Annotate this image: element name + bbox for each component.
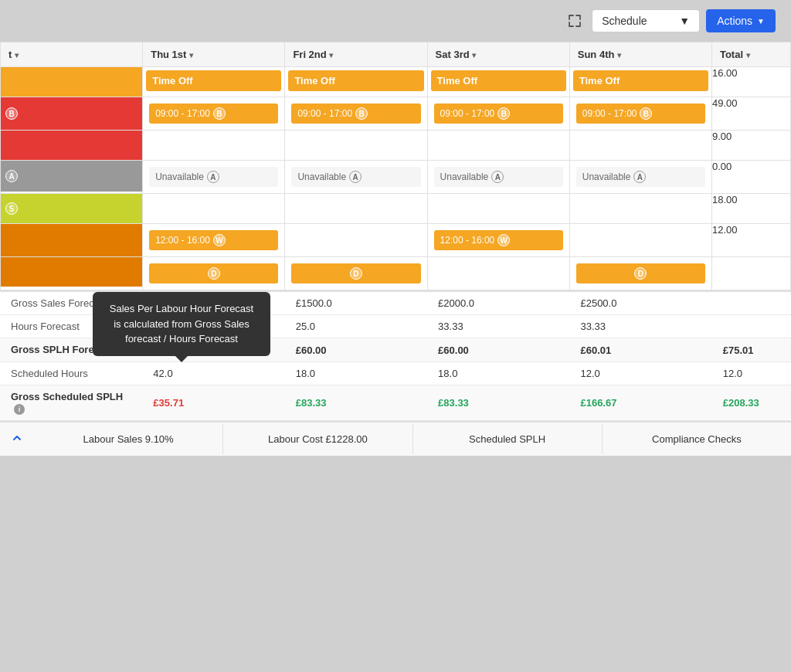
stats-row-sched-hours: Scheduled Hours 42.0 18.0 18.0 12.0 12.0 — [0, 362, 791, 385]
col-header-sun[interactable]: Sun 4th ▾ — [569, 42, 711, 67]
cell-fri-5[interactable] — [285, 194, 427, 224]
row-name-cell-5: S — [1, 194, 143, 224]
bottom-bar-sched-splh: Scheduled SPLH — [413, 424, 603, 454]
col-header-fri[interactable]: Fri 2nd ▾ — [285, 42, 427, 67]
actions-button[interactable]: Actions ▼ — [706, 9, 776, 32]
unavail-sun-4: Unavailable A — [576, 167, 705, 187]
shift-thu-6: 12:00 - 16:00 W — [149, 230, 278, 250]
cell-sun-3[interactable] — [569, 131, 711, 161]
row-name-cell-4: A — [1, 161, 143, 194]
row-name-cell-6 — [1, 224, 143, 257]
cell-fri-3[interactable] — [285, 131, 427, 161]
total-6: 12.00 — [711, 224, 790, 257]
shift-fri-2: 09:00 - 17:00 B — [291, 104, 420, 124]
stats-val-gs-base: £35.71 — [142, 385, 284, 421]
cell-sun-7[interactable]: D — [569, 257, 711, 290]
info-icon-gross-splh[interactable]: i — [14, 404, 25, 415]
cell-sat-5[interactable] — [427, 194, 569, 224]
table-row: A Unavailable A Unavailable A — [1, 161, 791, 194]
stats-val-sh-base: 42.0 — [142, 362, 284, 385]
col-header-name[interactable]: t ▾ — [1, 42, 143, 67]
schedule-dropdown[interactable]: Schedule ▼ — [592, 9, 700, 32]
row-bar-1 — [1, 67, 142, 97]
stats-val-hours-sun: 33.33 — [569, 315, 711, 338]
actions-label: Actions — [717, 15, 752, 27]
cell-sat-6[interactable]: 12:00 - 16:00 W — [427, 224, 569, 257]
shift-sat-6: 12:00 - 16:00 W — [434, 230, 563, 250]
cell-sun-2[interactable]: 09:00 - 17:00 B — [569, 97, 711, 131]
row-bar-5: S — [1, 194, 142, 223]
unavail-fri-4: Unavailable A — [291, 167, 420, 187]
col-header-total[interactable]: Total ▾ — [711, 42, 790, 67]
cell-thu-4[interactable]: Unavailable A — [143, 161, 285, 194]
cell-thu-7[interactable]: D — [143, 257, 285, 290]
cell-fri-1[interactable]: Time Off — [285, 67, 427, 97]
cell-fri-4[interactable]: Unavailable A — [285, 161, 427, 194]
timeoff-fri-1: Time Off — [288, 70, 423, 91]
row-name-cell-2: B — [1, 97, 143, 131]
stats-val-sales-fri: £1500.0 — [285, 292, 427, 315]
bottom-bar-labour-cost: Labour Cost £1228.00 — [223, 424, 412, 454]
shift-sun-2: 09:00 - 17:00 B — [576, 104, 705, 124]
cell-sun-4[interactable]: Unavailable A — [569, 161, 711, 194]
row-bar-4: A — [1, 161, 142, 192]
stats-val-sh-thu: 18.0 — [285, 362, 427, 385]
row-bar-3 — [1, 131, 142, 160]
collapse-toggle[interactable] — [0, 423, 34, 456]
timeoff-sun-1: Time Off — [573, 70, 708, 91]
stats-val-gs-thu: £83.33 — [285, 385, 427, 421]
row-bar-2: B — [1, 97, 142, 130]
schedule-table: t ▾ Thu 1st ▾ Fri 2nd ▾ Sat 3rd ▾ Sun 4t… — [0, 42, 791, 290]
stats-val-sh-fri: 18.0 — [427, 362, 569, 385]
schedule-label: Schedule — [602, 15, 647, 27]
bottom-bar-compliance: Compliance Checks — [603, 424, 791, 454]
cell-sat-1[interactable]: Time Off — [427, 67, 569, 97]
table-row: D D D — [1, 257, 791, 290]
cell-thu-2[interactable]: 09:00 - 17:00 B — [143, 97, 285, 131]
shift-thu-2: 09:00 - 17:00 B — [149, 104, 278, 124]
bottom-bar-labour-sales: Labour Sales 9.10% — [34, 424, 223, 454]
col-header-sat[interactable]: Sat 3rd ▾ — [427, 42, 569, 67]
cell-sat-2[interactable]: 09:00 - 17:00 B — [427, 97, 569, 131]
table-row: S 18.00 — [1, 194, 791, 224]
timeoff-sat-1: Time Off — [431, 70, 566, 91]
unavail-thu-4: Unavailable A — [149, 167, 278, 187]
stats-val-sales-sun: £2500.0 — [569, 292, 711, 315]
cell-sun-6[interactable] — [569, 224, 711, 257]
tooltip-text: Sales Per Labour Hour Forecast is calcul… — [110, 303, 253, 344]
stats-val-gs-sat: £166.67 — [569, 385, 711, 421]
cell-sat-4[interactable]: Unavailable A — [427, 161, 569, 194]
cell-sun-1[interactable]: Time Off — [569, 67, 711, 97]
stats-row-gross-splh: Gross Scheduled SPLH i £35.71 £83.33 £83… — [0, 385, 791, 421]
bottom-bar: Labour Sales 9.10% Labour Cost £1228.00 … — [0, 421, 791, 456]
actions-arrow: ▼ — [757, 17, 765, 25]
col-header-thu[interactable]: Thu 1st ▾ — [143, 42, 285, 67]
cell-thu-6[interactable]: 12:00 - 16:00 W — [143, 224, 285, 257]
stats-val-gs-fri: £83.33 — [427, 385, 569, 421]
timeoff-thu-1: Time Off — [146, 70, 281, 91]
top-bar: Schedule ▼ Actions ▼ — [0, 0, 791, 42]
table-row: 9.00 — [1, 131, 791, 161]
total-1: 16.00 — [711, 67, 790, 97]
cell-sun-5[interactable] — [569, 194, 711, 224]
cell-thu-3[interactable] — [143, 131, 285, 161]
cell-thu-1[interactable]: Time Off — [143, 67, 285, 97]
cell-fri-2[interactable]: 09:00 - 17:00 B — [285, 97, 427, 131]
stats-val-splh-fore-thu: £60.00 — [285, 338, 427, 362]
cell-sat-7[interactable] — [427, 257, 569, 290]
compress-icon[interactable] — [564, 10, 586, 32]
schedule-dropdown-arrow: ▼ — [679, 15, 690, 27]
table-row: B 09:00 - 17:00 B 09:00 - 17:00 B — [1, 97, 791, 131]
cell-fri-7[interactable]: D — [285, 257, 427, 290]
stats-val-splh-fore-fri: £60.00 — [427, 338, 569, 362]
tooltip-box: Sales Per Labour Hour Forecast is calcul… — [93, 292, 270, 356]
total-2: 49.00 — [711, 97, 790, 131]
cell-fri-6[interactable] — [285, 224, 427, 257]
row-bar-6 — [1, 224, 142, 256]
cell-sat-3[interactable] — [427, 131, 569, 161]
row-bar-7 — [1, 257, 142, 287]
stats-val-splh-fore-sat: £60.01 — [569, 338, 711, 362]
stats-val-gs-sun: £208.33 — [712, 385, 791, 421]
cell-thu-5[interactable] — [143, 194, 285, 224]
total-3: 9.00 — [711, 131, 790, 161]
